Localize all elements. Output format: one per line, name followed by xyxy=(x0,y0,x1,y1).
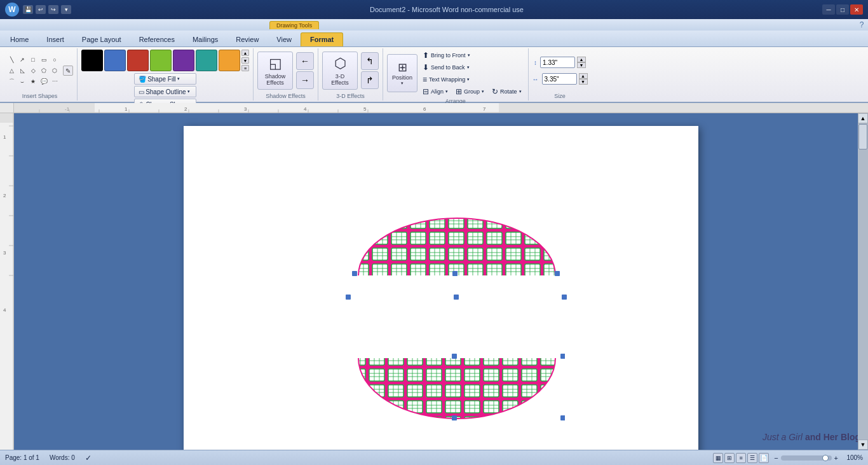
shadow-effects-button[interactable]: ◱ Shadow Effects xyxy=(257,52,293,90)
rotate-icon: ↻ xyxy=(492,87,498,96)
3d-effects-button[interactable]: ⬡ 3-D Effects xyxy=(322,52,358,90)
position-button[interactable]: ⊞ Position ▾ xyxy=(387,54,417,92)
shape-rounded-rect[interactable]: ▭ xyxy=(39,55,49,65)
shape-pentagon[interactable]: ⬠ xyxy=(39,66,49,76)
page-check-icon[interactable]: ✓ xyxy=(85,454,92,462)
swatch-black[interactable] xyxy=(81,50,103,71)
shape-callout[interactable]: 💬 xyxy=(39,76,49,87)
size-content: ↕ ▲ ▼ ↔ ▲ ▼ xyxy=(532,50,588,92)
handle-center-bottom[interactable] xyxy=(452,271,458,276)
tab-insert[interactable]: Insert xyxy=(37,32,73,46)
shape-curve[interactable]: ⌒ xyxy=(6,76,17,87)
tab-format[interactable]: Format xyxy=(301,32,343,46)
rotate-button[interactable]: ↻ Rotate ▾ xyxy=(489,86,524,97)
svg-text:2: 2 xyxy=(3,193,6,198)
handle-bottom-right[interactable] xyxy=(560,415,565,420)
view-draft-btn[interactable]: 📄 xyxy=(759,453,769,463)
shape-hexagon[interactable]: ⬡ xyxy=(50,66,60,76)
swatch-red[interactable] xyxy=(127,50,149,71)
zoom-percent: 100% xyxy=(841,454,863,461)
redo-icon[interactable]: ↪ xyxy=(48,5,58,14)
swatch-scroll-down[interactable]: ▼ xyxy=(241,57,249,64)
view-outline-btn[interactable]: ☰ xyxy=(747,453,757,463)
3d-left-btn[interactable]: ↰ xyxy=(361,52,379,70)
ribbon-content: ╲ ↗ □ ▭ ○ △ ◺ ◇ ⬠ ⬡ ⌒ ⌣ ★ 💬 ⋯ ✎ xyxy=(0,47,868,102)
close-button[interactable]: ✕ xyxy=(850,4,863,15)
svg-rect-22 xyxy=(14,103,95,113)
zoom-out-button[interactable]: − xyxy=(774,454,778,462)
shape-right-triangle[interactable]: ◺ xyxy=(17,66,27,76)
height-up[interactable]: ▲ xyxy=(577,57,586,62)
word-logo: W xyxy=(5,3,19,17)
minimize-button[interactable]: ─ xyxy=(822,4,835,15)
shape-arc[interactable]: ⌣ xyxy=(17,76,27,87)
swatch-orange[interactable] xyxy=(219,50,240,71)
shape-line[interactable]: ╲ xyxy=(6,55,17,65)
align-button[interactable]: ⊟ Align ▾ xyxy=(420,86,451,97)
svg-text:5: 5 xyxy=(363,106,367,112)
maximize-button[interactable]: □ xyxy=(836,4,849,15)
scroll-thumb[interactable] xyxy=(858,124,867,149)
drawing-tools-label: Drawing Tools xyxy=(269,21,319,29)
send-back-icon: ⬇ xyxy=(423,63,429,72)
swatch-scroll-more[interactable]: ≡ xyxy=(241,65,249,71)
width-down[interactable]: ▼ xyxy=(579,79,588,85)
handle-bottom-center[interactable] xyxy=(452,415,457,420)
swatch-purple[interactable] xyxy=(173,50,194,71)
tab-references[interactable]: References xyxy=(130,32,184,46)
tab-home[interactable]: Home xyxy=(1,32,37,46)
width-input[interactable] xyxy=(542,73,577,85)
tab-page-layout[interactable]: Page Layout xyxy=(73,32,130,46)
tab-review[interactable]: Review xyxy=(227,32,268,46)
shadow-left-btn[interactable]: ← xyxy=(296,52,314,70)
height-down[interactable]: ▼ xyxy=(577,62,586,68)
handle-right[interactable] xyxy=(555,271,560,276)
shape-fill-button[interactable]: 🪣 Shape Fill ▾ xyxy=(134,73,196,85)
handle-left[interactable] xyxy=(352,271,357,276)
scroll-down-button[interactable]: ▼ xyxy=(858,440,868,450)
handle-right-lower[interactable] xyxy=(560,354,565,359)
shape-arrow[interactable]: ↗ xyxy=(17,55,27,65)
help-icon[interactable]: ? xyxy=(855,20,868,29)
height-input[interactable] xyxy=(540,57,575,68)
shape-star[interactable]: ★ xyxy=(28,76,38,87)
shape-more[interactable]: ⋯ xyxy=(50,76,60,87)
position-icon: ⊞ xyxy=(398,60,407,74)
tab-mailings[interactable]: Mailings xyxy=(184,32,227,46)
width-up[interactable]: ▲ xyxy=(579,73,588,79)
swatch-blue[interactable] xyxy=(104,50,126,71)
shape-edit[interactable]: ✎ xyxy=(63,66,73,76)
scroll-up-button[interactable]: ▲ xyxy=(858,113,868,123)
text-wrapping-button[interactable]: ≡ Text Wrapping ▾ xyxy=(420,74,524,85)
width-spinner: ▲ ▼ xyxy=(579,73,588,85)
zoom-in-button[interactable]: + xyxy=(834,454,838,462)
bring-to-front-button[interactable]: ⬆ Bring to Front ▾ xyxy=(420,50,524,60)
shape-upper[interactable] xyxy=(352,215,562,285)
shape-triangle[interactable]: △ xyxy=(6,66,17,76)
shadow-right-btn[interactable]: → xyxy=(296,71,314,89)
view-print-btn[interactable]: ▦ xyxy=(713,453,723,463)
svg-rect-24 xyxy=(0,113,14,450)
group-insert-shapes: ╲ ↗ □ ▭ ○ △ ◺ ◇ ⬠ ⬡ ⌒ ⌣ ★ 💬 ⋯ ✎ xyxy=(3,48,78,101)
undo-icon[interactable]: ↩ xyxy=(36,5,46,14)
send-to-back-button[interactable]: ⬇ Send to Back ▾ xyxy=(420,62,524,73)
shape-outline-button[interactable]: ▭ Shape Outline ▾ xyxy=(134,86,196,97)
customize-icon[interactable]: ▾ xyxy=(61,5,71,14)
shape-rect[interactable]: □ xyxy=(28,55,38,65)
save-icon[interactable]: 💾 xyxy=(23,5,33,14)
swatch-teal[interactable] xyxy=(196,50,217,71)
zoom-slider[interactable] xyxy=(781,455,832,461)
swatch-green[interactable] xyxy=(150,50,172,71)
group-button[interactable]: ⊞ Group ▾ xyxy=(453,86,487,97)
swatch-scroll-up[interactable]: ▲ xyxy=(241,50,249,56)
tab-view[interactable]: View xyxy=(268,32,301,46)
view-full-btn[interactable]: ⊞ xyxy=(724,453,735,463)
ruler-horizontal: // Will be rendered by CSS background -1… xyxy=(0,103,868,113)
shape-diamond[interactable]: ◇ xyxy=(28,66,38,76)
handle-center-lower[interactable] xyxy=(452,354,457,359)
shape-lower[interactable] xyxy=(349,352,565,428)
3d-right-btn[interactable]: ↱ xyxy=(361,71,379,89)
shape-circle[interactable]: ○ xyxy=(50,55,60,65)
view-web-btn[interactable]: ≡ xyxy=(736,453,746,463)
3d-effects-content: ⬡ 3-D Effects ↰ ↱ xyxy=(322,50,379,92)
